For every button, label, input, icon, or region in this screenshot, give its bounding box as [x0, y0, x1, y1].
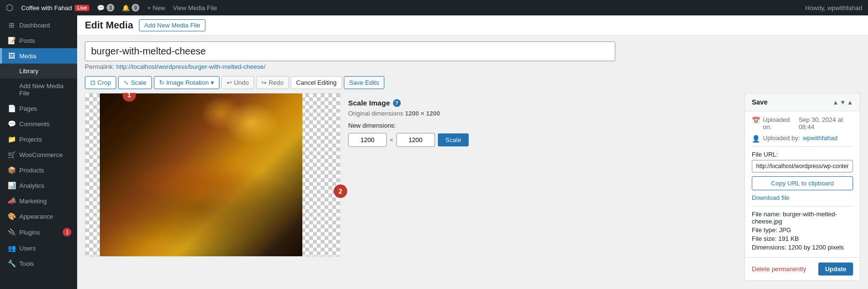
sidebar-item-label: Media — [19, 53, 36, 60]
scale-submit-button[interactable]: Scale — [438, 133, 469, 146]
image-canvas[interactable] — [85, 93, 340, 257]
file-url-label: File URL: — [752, 151, 853, 158]
sidebar-item-comments[interactable]: 💬 Comments — [0, 116, 77, 131]
scale-height-input[interactable] — [396, 133, 435, 147]
undo-label: Undo — [234, 79, 249, 86]
posts-icon: 📝 — [8, 37, 15, 44]
scale-width-input[interactable] — [348, 133, 387, 147]
sidebar-item-posts[interactable]: 📝 Posts — [0, 33, 77, 48]
sidebar-item-media[interactable]: 🖼 Media — [0, 48, 77, 64]
admin-bar: ⬡ Coffee with Fahad Live 💬 3 🔔 0 + New V… — [0, 0, 868, 15]
scale-help-icon[interactable]: ? — [393, 99, 401, 107]
sidebar-item-pages[interactable]: 📄 Pages — [0, 101, 77, 116]
undo-button[interactable]: ↩ Undo — [221, 76, 254, 89]
uploaded-by-row: 👤 Uploaded by: wpwithfahad — [752, 134, 853, 143]
sidebar-item-label: Tools — [19, 260, 34, 267]
file-size-value: 191 KB — [778, 235, 799, 242]
crop-label: Crop — [97, 79, 111, 86]
uploaded-on-value: Sep 30, 2024 at 08:44 — [799, 116, 853, 131]
sidebar-item-appearance[interactable]: 🎨 Appearance — [0, 209, 77, 224]
library-label: Library — [19, 67, 39, 75]
spacer — [546, 93, 737, 281]
wp-logo-icon: ⬡ — [6, 2, 14, 13]
save-panel-body: 📅 Uploaded on: Sep 30, 2024 at 08:44 👤 U… — [745, 111, 860, 257]
dimensions-label: Dimensions: — [752, 244, 787, 251]
uploaded-on-label: Uploaded on: — [763, 116, 796, 131]
sidebar-item-label: Comments — [19, 120, 50, 128]
uploaded-by-user[interactable]: wpwithfahad — [803, 134, 838, 142]
download-link[interactable]: Download file — [752, 194, 853, 201]
new-menu[interactable]: + New — [147, 4, 165, 12]
uploaded-on-row: 📅 Uploaded on: Sep 30, 2024 at 08:44 — [752, 116, 853, 131]
comment-count-value: 3 — [107, 4, 114, 12]
arrow-up-icon: ▲ — [832, 99, 839, 106]
site-name-group[interactable]: Coffee with Fahad Live — [21, 4, 89, 12]
multiply-symbol: × — [390, 136, 393, 144]
projects-icon: 📁 — [8, 135, 15, 143]
live-badge: Live — [75, 5, 89, 11]
sidebar-item-label: Products — [19, 167, 44, 174]
rotate-icon: ↻ — [159, 79, 164, 86]
editor-main: 1 2 Scale Image ? Or — [77, 93, 868, 289]
redo-button[interactable]: ↪ Redo — [256, 76, 289, 89]
updates-count[interactable]: 🔔 0 — [122, 4, 139, 12]
sidebar-item-users[interactable]: 👥 Users — [0, 240, 77, 256]
save-edits-button[interactable]: Save Edits — [344, 76, 384, 89]
analytics-icon: 📊 — [8, 182, 15, 189]
sidebar-item-label: Dashboard — [19, 22, 50, 29]
file-url-input[interactable] — [752, 160, 853, 172]
sidebar-item-marketing[interactable]: 📣 Marketing — [0, 193, 77, 209]
new-dimensions-label: New dimensions: — [348, 122, 539, 129]
updates-icon: 🔔 — [122, 4, 130, 12]
save-panel-arrows[interactable]: ▲ ▼ ▲ — [832, 99, 853, 106]
sidebar-item-dashboard[interactable]: ⊞ Dashboard — [0, 17, 77, 33]
crop-button[interactable]: ⊡ Crop — [85, 76, 116, 89]
add-new-media-button[interactable]: Add New Media File — [139, 19, 205, 31]
appearance-icon: 🎨 — [8, 212, 15, 220]
permalink-label: Permalink: — [85, 63, 114, 70]
greeting: Howdy, wpwithfahad — [805, 4, 862, 12]
scale-button[interactable]: ⤡ Scale — [118, 76, 152, 89]
sidebar-item-label: Analytics — [19, 182, 44, 189]
delete-permanently-link[interactable]: Delete permanently — [752, 265, 806, 273]
save-panel-title: Save — [752, 98, 768, 106]
crop-icon: ⊡ — [90, 79, 95, 86]
image-area: 1 2 — [85, 93, 340, 281]
view-media-link[interactable]: View Media File — [173, 4, 217, 12]
file-size-row: File size: 191 KB — [752, 235, 853, 242]
cancel-editing-button[interactable]: Cancel Editing — [291, 76, 342, 89]
comments-icon: 💬 — [97, 4, 105, 12]
scale-title-text: Scale Image — [348, 99, 390, 107]
sidebar-item-plugins[interactable]: 🔌 Plugins 3 — [0, 224, 77, 240]
add-new-media-label: Add New Media File — [19, 82, 71, 97]
dimensions-value: 1200 by 1200 pixels — [788, 244, 844, 251]
plugins-badge: 3 — [63, 228, 71, 236]
pages-icon: 📄 — [8, 105, 15, 112]
sidebar-item-projects[interactable]: 📁 Projects — [0, 131, 77, 147]
sidebar-item-products[interactable]: 📦 Products — [0, 162, 77, 178]
dropdown-arrow-icon: ▾ — [211, 79, 214, 86]
file-type-label: File type: — [752, 226, 777, 234]
sidebar-item-add-new-media[interactable]: Add New Media File — [0, 79, 77, 101]
scale-panel: Scale Image ? Original dimensions 1200 ×… — [348, 93, 539, 281]
sidebar-item-analytics[interactable]: 📊 Analytics — [0, 178, 77, 193]
sidebar-item-library[interactable]: Library — [0, 64, 77, 79]
file-type-row: File type: JPG — [752, 226, 853, 234]
save-panel-footer: Delete permanently Update — [745, 257, 860, 280]
filename-input[interactable] — [85, 41, 615, 61]
step-2-badge: 2 — [334, 184, 347, 198]
permalink-link[interactable]: http://localhost/wordpress/burger-with-m… — [116, 63, 265, 70]
update-count-value: 0 — [132, 4, 139, 12]
copy-url-button[interactable]: Copy URL to clipboard — [752, 176, 853, 190]
scale-title: Scale Image ? — [348, 99, 539, 107]
comments-count[interactable]: 💬 3 — [97, 4, 114, 12]
update-button[interactable]: Update — [818, 263, 853, 276]
file-name-label: File name: — [752, 210, 781, 218]
filename-row — [77, 36, 868, 63]
image-rotation-label: Image Rotation — [166, 79, 209, 86]
scale-icon: ⤡ — [123, 79, 129, 86]
image-rotation-button[interactable]: ↻ Image Rotation ▾ — [154, 76, 219, 89]
sidebar-item-tools[interactable]: 🔧 Tools — [0, 256, 77, 271]
sidebar-item-woocommerce[interactable]: 🛒 WooCommerce — [0, 147, 77, 162]
site-name: Coffee with Fahad — [21, 4, 72, 12]
